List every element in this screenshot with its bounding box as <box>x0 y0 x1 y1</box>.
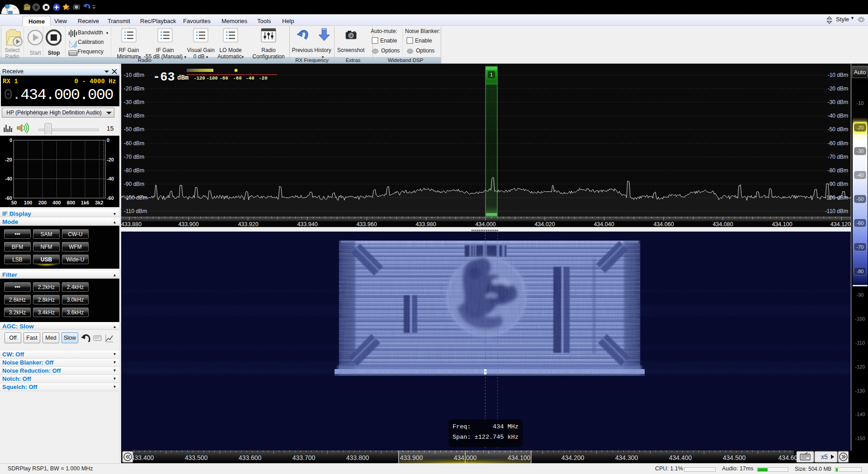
svg-text:433.900: 433.900 <box>400 454 423 461</box>
svg-text:434.60: 434.60 <box>778 454 798 461</box>
svg-text:-70: -70 <box>857 244 864 250</box>
svg-text:-40: -40 <box>857 172 864 178</box>
svg-text:434.200: 434.200 <box>561 454 585 461</box>
svg-text:-10: -10 <box>857 100 864 106</box>
svg-text:-80 dBm: -80 dBm <box>828 167 848 174</box>
svg-text:-140: -140 <box>855 412 865 417</box>
svg-text:-60: -60 <box>107 195 114 201</box>
svg-text:800: 800 <box>67 200 75 205</box>
svg-text:433.980: 433.980 <box>415 221 436 227</box>
svg-text:-63: -63 <box>153 71 175 84</box>
svg-text:-60 dBm: -60 dBm <box>124 140 144 147</box>
svg-text:434.000: 434.000 <box>475 221 495 227</box>
svg-text:-110 dBm: -110 dBm <box>825 208 848 214</box>
svg-text:-90: -90 <box>857 292 864 298</box>
svg-text:-60: -60 <box>233 76 242 81</box>
svg-text:-120: -120 <box>193 76 205 81</box>
svg-text:434.100: 434.100 <box>508 454 531 461</box>
svg-text:-80 dBm: -80 dBm <box>124 167 144 174</box>
svg-text:433.400: 433.400 <box>131 454 154 461</box>
svg-text:433.500: 433.500 <box>185 454 208 461</box>
svg-text:Auto: Auto <box>854 69 866 76</box>
svg-text:0: 0 <box>9 137 12 143</box>
svg-text:dBm: dBm <box>177 74 189 81</box>
svg-text:434.100: 434.100 <box>772 221 792 227</box>
svg-text:433.960: 433.960 <box>356 221 377 227</box>
svg-text:434.500: 434.500 <box>723 454 746 461</box>
svg-text:-90 dBm: -90 dBm <box>124 181 144 187</box>
svg-text:-70 dBm: -70 dBm <box>124 154 144 160</box>
svg-text:0: 0 <box>107 137 109 143</box>
svg-text:433.880: 433.880 <box>121 221 142 227</box>
svg-text:1k6: 1k6 <box>81 200 89 205</box>
svg-text:-100 dBm: -100 dBm <box>124 194 147 201</box>
svg-text:-20: -20 <box>259 76 268 81</box>
svg-text:434.000: 434.000 <box>454 454 477 461</box>
svg-text:-100 dBm: -100 dBm <box>825 194 848 201</box>
svg-text:-40 dBm: -40 dBm <box>124 113 144 119</box>
svg-text:-70 dBm: -70 dBm <box>828 154 848 160</box>
svg-text:-30: -30 <box>857 148 864 154</box>
svg-text:433.920: 433.920 <box>238 221 258 227</box>
svg-text:434.120: 434.120 <box>830 221 851 227</box>
svg-text:433.700: 433.700 <box>292 454 316 461</box>
svg-text:-40: -40 <box>107 176 114 181</box>
svg-text:-50: -50 <box>857 196 864 202</box>
svg-text:x5: x5 <box>821 453 828 460</box>
svg-text:434.060: 434.060 <box>653 221 674 227</box>
svg-text:-20 dBm: -20 dBm <box>124 85 144 92</box>
svg-text:-10 dBm: -10 dBm <box>124 72 144 78</box>
svg-text:-10 dBm: -10 dBm <box>828 72 848 78</box>
svg-text:1: 1 <box>490 72 493 77</box>
svg-text:-120: -120 <box>855 364 865 370</box>
svg-text:434.400: 434.400 <box>669 454 692 461</box>
svg-text:-150: -150 <box>855 436 865 441</box>
svg-text:-80: -80 <box>220 76 228 81</box>
svg-text:3k2: 3k2 <box>95 200 103 205</box>
svg-text:400: 400 <box>52 200 61 205</box>
svg-text:200: 200 <box>38 200 47 205</box>
svg-text:-40 dBm: -40 dBm <box>828 113 848 119</box>
svg-text:100: 100 <box>24 200 32 205</box>
svg-text:434.040: 434.040 <box>594 221 614 227</box>
svg-text:-20 dBm: -20 dBm <box>828 85 848 92</box>
svg-text:434.080: 434.080 <box>712 221 733 227</box>
svg-text:-100: -100 <box>855 316 865 322</box>
svg-text:-50 dBm: -50 dBm <box>124 126 144 133</box>
svg-text:-100: -100 <box>206 76 217 81</box>
svg-text:-110 dBm: -110 dBm <box>124 208 147 214</box>
svg-text:-50 dBm: -50 dBm <box>828 126 848 133</box>
svg-text:433.800: 433.800 <box>346 454 369 461</box>
svg-text:-20: -20 <box>5 157 12 162</box>
svg-text:50: 50 <box>11 200 17 205</box>
svg-text:-60 dBm: -60 dBm <box>828 140 848 147</box>
svg-text:434.020: 434.020 <box>534 221 555 227</box>
svg-text:-20: -20 <box>107 157 114 162</box>
svg-text:-110: -110 <box>855 340 865 346</box>
svg-text:-30 dBm: -30 dBm <box>124 99 144 105</box>
svg-text:-90 dBm: -90 dBm <box>828 181 848 187</box>
svg-text:-20: -20 <box>857 125 864 130</box>
svg-text:-60: -60 <box>857 220 864 226</box>
svg-text:434.300: 434.300 <box>615 454 638 461</box>
svg-text:433.940: 433.940 <box>297 221 317 227</box>
svg-text:-40: -40 <box>5 176 12 181</box>
svg-text:-30 dBm: -30 dBm <box>828 99 848 105</box>
svg-text:433.900: 433.900 <box>178 221 198 227</box>
svg-text:433.600: 433.600 <box>239 454 262 461</box>
svg-text:-40: -40 <box>246 76 255 81</box>
svg-text:-130: -130 <box>855 388 865 393</box>
svg-text:-80: -80 <box>857 269 864 274</box>
